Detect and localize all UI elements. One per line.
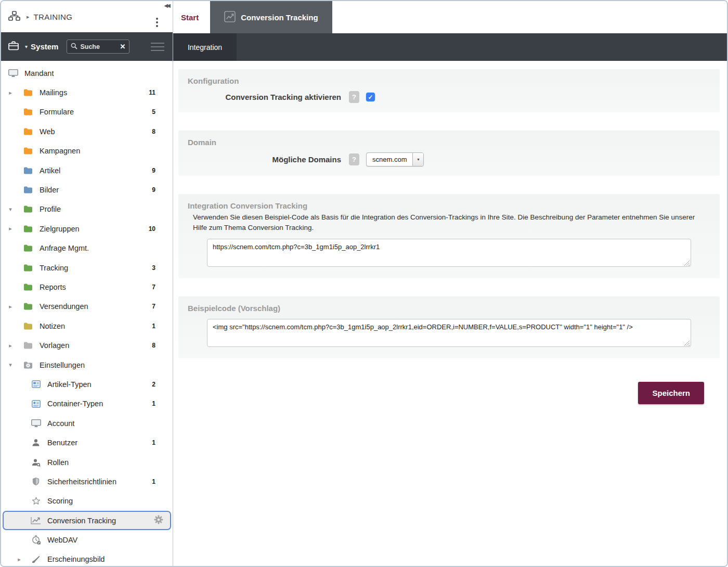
- sidebar-item-web[interactable]: Web8: [1, 122, 173, 141]
- sidebar-item-label: Formulare: [40, 108, 74, 116]
- sidebar-item-benutzer[interactable]: Benutzer1: [1, 433, 173, 452]
- expand-caret-icon[interactable]: ▸: [7, 225, 14, 232]
- sidebar-item-label: Einstellungen: [40, 361, 85, 369]
- clear-search-icon[interactable]: ✕: [120, 43, 126, 50]
- sidebar-item-label: Anfrage Mgmt.: [40, 244, 89, 252]
- sidebar-item-label: Web: [40, 127, 55, 136]
- settings-folder-icon: [23, 362, 33, 369]
- sidebar-item-sicherheitsrichtlinien[interactable]: Sicherheitsrichtlinien1: [1, 472, 173, 491]
- section-beispielcode: Beispielcode (Vorschlag) <img src="https…: [178, 297, 720, 358]
- roles-icon: [31, 458, 41, 467]
- item-count-badge: 7: [152, 303, 155, 310]
- breadcrumb-caret-icon[interactable]: ▸: [27, 14, 30, 20]
- item-count-badge: 9: [152, 167, 155, 174]
- sidebar-item-formulare[interactable]: Formulare5: [1, 102, 173, 122]
- sidebar-item-label: Zielgruppen: [40, 225, 80, 233]
- folder-icon: [23, 128, 33, 135]
- tracking-url-textarea[interactable]: https://scnem.com/tcm.php?c=3b_1gm1i5p_a…: [207, 239, 691, 267]
- item-count-badge: 7: [152, 283, 155, 291]
- expand-caret-icon[interactable]: ▸: [7, 303, 14, 310]
- tab-bar: Start Conversion Tracking: [173, 1, 727, 33]
- sidebar-item-label: Scoring: [47, 497, 73, 505]
- sidebar-item-tracking[interactable]: Tracking3: [1, 258, 173, 277]
- search-input[interactable]: [80, 43, 120, 50]
- sidebar-item-anfrage-mgmt[interactable]: Anfrage Mgmt.: [1, 239, 173, 258]
- sidebar-item-rollen[interactable]: Rollen: [1, 453, 173, 472]
- expand-caret-icon[interactable]: ▾: [7, 362, 14, 368]
- sidebar-item-label: Reports: [40, 283, 66, 291]
- content: Konfiguration Conversion Tracking aktivi…: [173, 61, 727, 566]
- sitemap-icon: [8, 11, 20, 23]
- sidebar-item-label: Sicherheitsrichtlinien: [47, 478, 116, 486]
- more-options-icon[interactable]: [156, 18, 158, 27]
- tab-start[interactable]: Start: [173, 1, 209, 33]
- navigation-tree: Mandant▸Mailings11Formulare5Web8Kampagne…: [1, 61, 173, 566]
- sidebar-item-reports[interactable]: Reports7: [1, 277, 173, 297]
- system-dropdown-caret-icon[interactable]: ▾: [25, 44, 28, 49]
- section-title: Beispielcode (Vorschlag): [188, 304, 710, 313]
- sidebar-item-artikel[interactable]: Artikel9: [1, 161, 173, 180]
- sidebar-item-label: Notizen: [40, 322, 65, 330]
- user-icon: [31, 439, 41, 447]
- example-code-textarea[interactable]: <img src="https://scnem.com/tcm.php?c=3b…: [207, 319, 691, 347]
- folder-icon: [23, 89, 33, 96]
- sidebar-item-erscheinungsbild[interactable]: ▸Erscheinungsbild: [1, 550, 173, 566]
- item-count-badge: 3: [152, 264, 155, 272]
- breadcrumb[interactable]: TRAINING: [34, 12, 73, 21]
- sidebar-item-conversion-tracking[interactable]: Conversion Tracking: [3, 511, 171, 530]
- folder-icon: [23, 244, 33, 252]
- item-count-badge: 5: [152, 108, 155, 115]
- brush-icon: [31, 555, 41, 563]
- expand-caret-icon[interactable]: ▾: [7, 206, 14, 213]
- item-count-badge: 8: [152, 128, 155, 135]
- chart-icon: [31, 517, 41, 524]
- folder-icon: [23, 205, 33, 213]
- field-label-moegliche-domains: Mögliche Domains: [188, 155, 341, 164]
- save-button[interactable]: Speichern: [638, 382, 704, 404]
- menu-icon[interactable]: [150, 41, 165, 53]
- search-box[interactable]: ✕: [67, 40, 129, 54]
- sidebar-item-container-typen[interactable]: Container-Typen1: [1, 394, 173, 414]
- sidebar-item-einstellungen[interactable]: ▾Einstellungen: [1, 355, 173, 375]
- sidebar-item-vorlagen[interactable]: ▸Vorlagen8: [1, 336, 173, 355]
- sidebar-item-kampagnen[interactable]: Kampagnen: [1, 141, 173, 161]
- sidebar-item-webdav[interactable]: WebDAV: [1, 530, 173, 549]
- item-count-badge: 2: [152, 381, 155, 388]
- sidebar-item-mandant[interactable]: Mandant: [1, 63, 173, 83]
- expand-caret-icon[interactable]: ▸: [7, 342, 14, 349]
- expand-caret-icon[interactable]: ▸: [16, 556, 22, 563]
- gear-icon[interactable]: [154, 515, 163, 526]
- sidebar-item-profile[interactable]: ▾Profile: [1, 200, 173, 219]
- sidebar-item-label: Mandant: [24, 69, 54, 78]
- folder-icon: [23, 225, 33, 233]
- section-domain: Domain Mögliche Domains scnem.com: [178, 131, 720, 176]
- sidebar-item-notizen[interactable]: Notizen1: [1, 316, 173, 336]
- sidebar-item-account[interactable]: Account: [1, 414, 173, 433]
- item-count-badge: 9: [152, 186, 155, 194]
- sidebar-item-zielgruppen[interactable]: ▸Zielgruppen10: [1, 219, 173, 238]
- tab-label: Conversion Tracking: [241, 13, 318, 22]
- search-icon: [71, 42, 77, 51]
- conversion-tracking-checkbox[interactable]: [366, 93, 375, 101]
- monitor-icon: [8, 69, 18, 78]
- container-types-icon: [31, 400, 41, 408]
- sidebar-item-label: Vorlagen: [40, 341, 69, 350]
- sidebar-item-versendungen[interactable]: ▸Versendungen7: [1, 297, 173, 316]
- sidebar-item-artikel-typen[interactable]: Artikel-Typen2: [1, 375, 173, 394]
- tab-integration[interactable]: Integration: [173, 33, 237, 61]
- domain-select[interactable]: scnem.com: [366, 152, 424, 166]
- tab-conversion-tracking[interactable]: Conversion Tracking: [210, 1, 332, 33]
- sidebar-item-bilder[interactable]: Bilder9: [1, 180, 173, 199]
- chevron-down-icon: [412, 153, 423, 166]
- star-icon: [31, 497, 41, 505]
- help-icon[interactable]: [349, 153, 359, 165]
- sidebar-item-label: Profile: [40, 205, 61, 213]
- collapse-sidebar-icon[interactable]: ◀◀: [164, 3, 169, 8]
- field-label-conversion-tracking-aktivieren: Conversion Tracking aktivieren: [188, 93, 341, 101]
- system-selector[interactable]: System: [31, 42, 58, 51]
- expand-caret-icon[interactable]: ▸: [7, 89, 14, 96]
- sidebar-item-mailings[interactable]: ▸Mailings11: [1, 83, 173, 102]
- folder-icon: [23, 323, 33, 330]
- sidebar-item-scoring[interactable]: Scoring: [1, 492, 173, 511]
- help-icon[interactable]: [349, 91, 359, 103]
